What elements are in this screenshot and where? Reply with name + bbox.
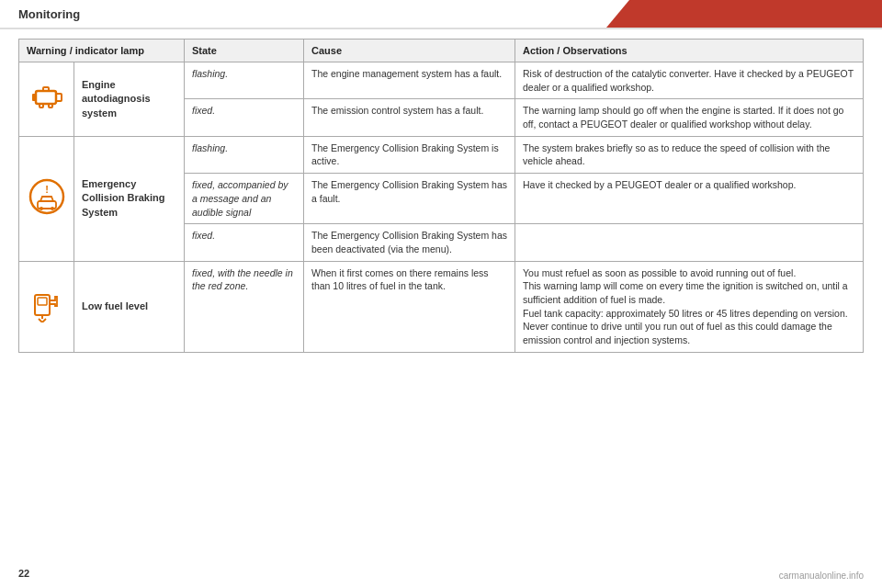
page-number: 22 — [18, 568, 29, 579]
svg-rect-0 — [36, 91, 56, 104]
ecbs-label: Emergency Collision Braking System — [74, 136, 185, 261]
cause-cell: The Emergency Collision Braking System i… — [304, 136, 515, 173]
action-cell — [515, 224, 864, 261]
page-header: Monitoring — [0, 0, 882, 29]
ecbs-icon-cell: ! — [19, 136, 74, 261]
col-warning-lamp: Warning / indicator lamp — [19, 40, 185, 62]
cause-cell: The Emergency Collision Braking System h… — [304, 174, 515, 224]
cause-cell: The Emergency Collision Braking System h… — [304, 224, 515, 261]
fuel-icon-cell — [19, 261, 74, 352]
fuel-icon — [29, 288, 64, 322]
svg-rect-12 — [38, 298, 47, 305]
svg-rect-4 — [40, 104, 43, 107]
action-cell: Risk of destruction of the catalytic con… — [515, 62, 864, 99]
action-cell: You must refuel as soon as possible to a… — [515, 261, 864, 352]
cause-cell: The engine management system has a fault… — [304, 62, 515, 99]
svg-rect-1 — [43, 87, 49, 91]
engine-icon-cell — [19, 62, 74, 137]
table-row: Engine autodiagnosis system flashing. Th… — [19, 62, 864, 99]
cause-cell: When it first comes on there remains les… — [304, 261, 515, 352]
ecbs-icon: ! — [28, 177, 66, 216]
svg-point-9 — [40, 207, 43, 210]
cause-cell: The emission control system has a fault. — [304, 99, 515, 136]
col-cause: Cause — [304, 40, 515, 62]
col-state: State — [185, 40, 304, 62]
table-row: ! Emergency Collision Braking System fla… — [19, 136, 864, 173]
svg-point-10 — [51, 207, 54, 210]
table-header-row: Warning / indicator lamp State Cause Act… — [19, 40, 864, 62]
col-action: Action / Observations — [515, 40, 864, 62]
state-cell: fixed, accompanied by a message and an a… — [185, 174, 304, 224]
state-cell: fixed. — [185, 224, 304, 261]
watermark: carmanualonline.info — [779, 571, 864, 581]
page-title: Monitoring — [18, 7, 80, 21]
state-cell: flashing. — [185, 136, 304, 173]
fuel-label: Low fuel level — [74, 261, 185, 352]
action-cell: The system brakes briefly so as to reduc… — [515, 136, 864, 173]
engine-label: Engine autodiagnosis system — [74, 62, 185, 137]
main-table-container: Warning / indicator lamp State Cause Act… — [18, 39, 864, 353]
svg-rect-3 — [32, 94, 36, 101]
action-cell: Have it checked by a PEUGEOT dealer or a… — [515, 174, 864, 224]
state-cell: flashing. — [185, 62, 304, 99]
svg-rect-5 — [49, 104, 52, 107]
header-accent — [606, 0, 882, 28]
table-row: Low fuel level fixed, with the needle in… — [19, 261, 864, 352]
engine-icon — [28, 84, 65, 111]
state-cell: fixed, with the needle in the red zone. — [185, 261, 304, 352]
svg-rect-2 — [56, 94, 62, 101]
svg-text:!: ! — [45, 184, 49, 195]
action-cell: The warning lamp should go off when the … — [515, 99, 864, 136]
warning-table: Warning / indicator lamp State Cause Act… — [18, 39, 864, 353]
state-cell: fixed. — [185, 99, 304, 136]
